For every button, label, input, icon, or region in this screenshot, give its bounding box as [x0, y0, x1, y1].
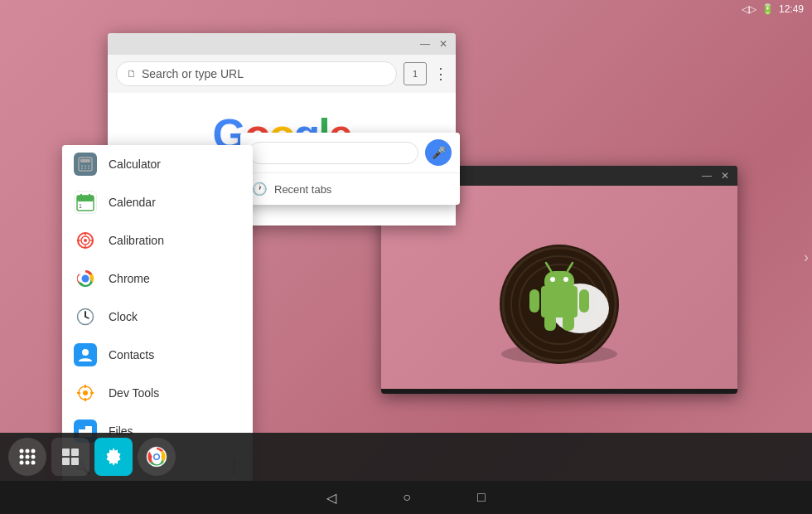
app-label-devtools: Dev Tools	[109, 386, 159, 400]
svg-point-19	[85, 165, 86, 167]
calendar-icon: 1	[74, 191, 97, 214]
tab-count: 1	[413, 69, 418, 79]
clock-icon	[74, 305, 97, 328]
svg-point-22	[85, 167, 86, 169]
svg-rect-61	[71, 449, 79, 456]
nav-bar: ◁ ○ □	[0, 481, 812, 514]
recent-tabs-item[interactable]: 🕐 Recent tabs	[240, 173, 460, 205]
calculator-icon	[74, 153, 97, 176]
tab-count-button[interactable]: 1	[404, 62, 427, 85]
app-label-contacts: Contacts	[109, 348, 154, 361]
page-icon: 🗋	[127, 68, 137, 80]
svg-point-59	[31, 461, 36, 465]
svg-point-52	[26, 449, 30, 453]
back-button[interactable]: ◁	[326, 490, 336, 506]
svg-text:1: 1	[79, 203, 82, 209]
svg-rect-62	[62, 458, 70, 465]
search-dropdown: 🎤 🕐 Recent tabs	[240, 133, 460, 205]
search-input-row: 🎤	[240, 133, 460, 173]
svg-rect-14	[544, 314, 556, 331]
signal-icon: ◁▷	[742, 3, 756, 15]
app-item-contacts[interactable]: Contacts	[62, 336, 253, 374]
android-minimize-button[interactable]: —	[701, 170, 713, 182]
url-placeholder: Search or type URL	[142, 67, 244, 80]
chrome-titlebar: — ✕	[108, 33, 456, 55]
svg-rect-63	[71, 458, 79, 465]
svg-rect-50	[79, 426, 85, 429]
desktop: ◁▷ 🔋 12:49 — ✕ 🗋 Search or type URL 1 ⋮ …	[0, 0, 812, 514]
svg-point-57	[20, 461, 24, 465]
url-bar[interactable]: 🗋 Search or type URL	[116, 61, 397, 86]
close-button[interactable]: ✕	[437, 38, 449, 50]
overview-button[interactable]	[51, 438, 89, 476]
settings-icon	[104, 447, 123, 467]
svg-rect-60	[62, 449, 70, 456]
app-item-calendar[interactable]: 1 Calendar	[62, 183, 253, 221]
svg-point-51	[20, 449, 24, 453]
app-item-chrome[interactable]: Chrome	[62, 259, 253, 298]
svg-rect-15	[563, 314, 574, 331]
search-input[interactable]	[249, 142, 418, 164]
svg-point-21	[81, 167, 83, 169]
svg-point-20	[88, 165, 89, 167]
svg-point-18	[81, 165, 83, 167]
svg-point-23	[88, 167, 89, 169]
app-item-calibration[interactable]: Calibration	[62, 221, 253, 259]
taskbar	[0, 433, 812, 481]
svg-rect-13	[579, 289, 589, 313]
svg-point-31	[84, 239, 87, 242]
svg-point-53	[31, 449, 36, 453]
svg-point-54	[20, 455, 24, 459]
android-oreo-graphic	[485, 196, 634, 379]
app-label-clock: Clock	[109, 310, 138, 323]
chrome-app-icon	[74, 267, 97, 290]
svg-point-67	[155, 455, 159, 459]
app-drawer: Calculator 1 Calendar Calibration Chrome	[62, 145, 253, 482]
svg-rect-17	[80, 159, 90, 162]
app-item-calculator[interactable]: Calculator	[62, 145, 253, 183]
svg-point-42	[82, 349, 89, 356]
chrome-toolbar: 🗋 Search or type URL 1 ⋮	[108, 55, 456, 93]
android-close-button[interactable]: ✕	[719, 170, 731, 182]
svg-point-8	[550, 277, 555, 282]
app-label-chrome: Chrome	[109, 272, 150, 285]
svg-point-55	[26, 455, 30, 459]
battery-icon: 🔋	[761, 3, 774, 15]
svg-point-9	[563, 277, 568, 282]
svg-point-44	[83, 390, 88, 395]
contacts-icon	[74, 343, 97, 366]
app-label-calibration: Calibration	[109, 234, 164, 247]
grid-view-icon	[60, 447, 80, 467]
svg-point-56	[31, 455, 36, 459]
app-item-clock[interactable]: Clock	[62, 298, 253, 336]
mic-icon: 🎤	[432, 146, 446, 159]
app-item-devtools[interactable]: Dev Tools	[62, 374, 253, 412]
devtools-icon	[74, 381, 97, 405]
minimize-button[interactable]: —	[419, 38, 431, 50]
recent-tabs-icon: 🕐	[252, 182, 268, 196]
svg-point-38	[83, 276, 89, 282]
drawer-arrow[interactable]: ›	[800, 240, 812, 274]
chrome-taskbar-icon	[146, 446, 167, 468]
svg-point-58	[26, 461, 30, 465]
clock-time: 12:49	[779, 3, 804, 15]
home-button[interactable]: ○	[403, 490, 411, 505]
recent-apps-button[interactable]: □	[477, 490, 486, 505]
status-bar: ◁▷ 🔋 12:49	[733, 0, 812, 18]
recent-tabs-label: Recent tabs	[274, 183, 331, 196]
app-grid-icon	[17, 446, 38, 468]
app-label-calculator: Calculator	[109, 158, 161, 171]
svg-rect-7	[544, 271, 574, 293]
menu-button[interactable]: ⋮	[433, 65, 447, 83]
svg-rect-12	[529, 289, 539, 313]
svg-rect-25	[77, 196, 94, 201]
chrome-taskbar-button[interactable]	[138, 438, 176, 476]
settings-taskbar-button[interactable]	[94, 438, 133, 476]
app-drawer-button[interactable]	[8, 438, 46, 476]
mic-button[interactable]: 🎤	[425, 139, 452, 166]
app-label-calendar: Calendar	[109, 196, 156, 209]
calibration-icon	[74, 229, 97, 252]
